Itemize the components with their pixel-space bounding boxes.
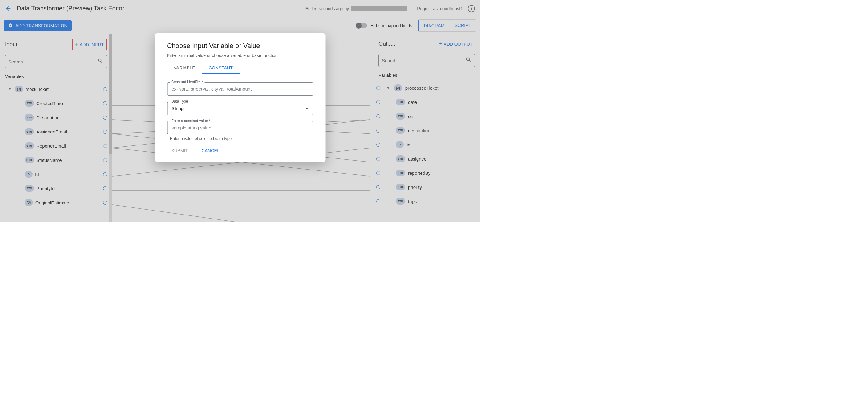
more-menu-icon[interactable]: ⋮ xyxy=(466,84,475,91)
connection-port[interactable] xyxy=(376,157,380,161)
tree-row[interactable]: STR cc xyxy=(378,109,475,123)
field-name: ReporterEmail xyxy=(36,143,101,149)
connection-port[interactable] xyxy=(376,100,380,104)
field-name: Id xyxy=(35,172,101,177)
connection-port[interactable] xyxy=(103,172,107,176)
connection-port[interactable] xyxy=(376,171,380,175)
field-name: assignee xyxy=(408,156,475,162)
connection-port[interactable] xyxy=(376,114,380,118)
tab-diagram[interactable]: DIAGRAM xyxy=(418,20,450,32)
add-input-button[interactable]: + ADD INPUT xyxy=(72,39,107,50)
tree-row-root[interactable]: ▼ {J} mockTicket ⋮ xyxy=(5,82,107,96)
type-badge: STR xyxy=(396,184,405,191)
output-panel: Output + ADD OUTPUT Variables ▼ {J} proc… xyxy=(371,34,480,222)
output-variables-label: Variables xyxy=(378,73,475,78)
connection-port[interactable] xyxy=(376,128,380,133)
modal-subtitle: Enter an initial value or choose a varia… xyxy=(167,53,313,58)
type-badge: STR xyxy=(25,142,34,149)
arrow-left-icon xyxy=(5,5,12,12)
data-type-field: Data Type String ▼ xyxy=(167,102,313,115)
connection-port[interactable] xyxy=(103,201,107,205)
svg-line-8 xyxy=(113,205,236,222)
type-badge: STR xyxy=(25,100,34,107)
connection-port[interactable] xyxy=(103,87,107,91)
search-icon xyxy=(466,57,472,64)
tree-row[interactable]: STR priority xyxy=(378,180,475,194)
add-input-label: ADD INPUT xyxy=(80,42,104,47)
type-badge: STR xyxy=(25,114,34,121)
constant-identifier-field: Constant identifier * xyxy=(167,82,313,95)
field-name: AssigneeEmail xyxy=(36,129,101,134)
tree-row[interactable]: STR AssigneeEmail xyxy=(5,124,107,139)
field-name: cc xyxy=(408,114,475,119)
field-name: StatusName xyxy=(36,157,101,163)
input-search[interactable] xyxy=(5,55,107,68)
more-menu-icon[interactable]: ⋮ xyxy=(91,86,101,92)
modal-title: Choose Input Variable or Value xyxy=(167,42,313,50)
type-badge: STR xyxy=(25,128,34,135)
type-badge: D xyxy=(25,171,33,177)
tree-row[interactable]: D Id xyxy=(5,167,107,181)
constant-value-input[interactable] xyxy=(167,121,313,134)
data-type-select[interactable]: String xyxy=(167,102,313,115)
connection-port[interactable] xyxy=(103,130,107,134)
tree-row[interactable]: STR ReporterEmail xyxy=(5,139,107,153)
connection-port[interactable] xyxy=(103,144,107,148)
tree-row[interactable]: STR date xyxy=(378,95,475,109)
tab-script[interactable]: SCRIPT xyxy=(450,20,476,31)
tree-row[interactable]: STR tags xyxy=(378,194,475,208)
type-badge: {J} xyxy=(394,84,402,91)
back-button[interactable] xyxy=(5,5,12,12)
connection-port[interactable] xyxy=(376,185,380,189)
toggle-label: Hide unmapped fields xyxy=(370,23,412,28)
output-search[interactable] xyxy=(378,54,475,67)
tree-row[interactable]: STR Description xyxy=(5,110,107,124)
add-transformation-button[interactable]: ADD TRANSFORMATION xyxy=(4,20,72,31)
constant-identifier-input[interactable] xyxy=(167,82,313,95)
tree-row-root[interactable]: ▼ {J} processedTicket ⋮ xyxy=(378,81,475,95)
output-search-field[interactable] xyxy=(382,58,466,63)
helper-text: Enter a value of selected data type xyxy=(167,136,313,141)
connection-port[interactable] xyxy=(103,187,107,191)
tree-row[interactable]: D id xyxy=(378,138,475,152)
modal-actions: SUBMIT CANCEL xyxy=(167,146,313,155)
input-panel: Input + ADD INPUT Variables ▼ {J} mockTi… xyxy=(0,34,109,222)
type-badge: STR xyxy=(396,113,405,120)
field-name: id xyxy=(407,142,475,147)
tree-row[interactable]: STR PriorityId xyxy=(5,181,107,195)
connection-port[interactable] xyxy=(376,199,380,203)
divider xyxy=(413,4,413,13)
connection-port[interactable] xyxy=(376,143,380,147)
tree-row[interactable]: STR description xyxy=(378,123,475,138)
scrollbar-thumb[interactable] xyxy=(109,34,113,154)
input-tree: ▼ {J} mockTicket ⋮ STR CreatedTime STR D… xyxy=(5,82,107,209)
tree-row[interactable]: STR CreatedTime xyxy=(5,96,107,110)
gear-icon xyxy=(8,23,13,28)
cancel-button[interactable]: CANCEL xyxy=(199,146,222,155)
tab-constant[interactable]: CONSTANT xyxy=(202,62,240,74)
tab-variable[interactable]: VARIABLE xyxy=(167,62,202,74)
type-badge: STR xyxy=(396,98,405,106)
input-search-field[interactable] xyxy=(8,59,97,64)
type-badge: STR xyxy=(396,170,405,176)
connection-port[interactable] xyxy=(376,86,380,90)
modal-tabs: VARIABLE CONSTANT xyxy=(167,62,313,74)
submit-button[interactable]: SUBMIT xyxy=(169,146,191,155)
scrollbar[interactable] xyxy=(109,34,113,222)
view-tabs: DIAGRAM SCRIPT xyxy=(418,20,476,32)
tree-row[interactable]: STR reportedBy xyxy=(378,166,475,180)
type-badge: {J} xyxy=(15,86,23,92)
connection-port[interactable] xyxy=(103,102,107,106)
connection-port[interactable] xyxy=(103,116,107,120)
output-panel-title: Output xyxy=(378,41,395,47)
add-output-button[interactable]: + ADD OUTPUT xyxy=(437,39,475,49)
connection-port[interactable] xyxy=(103,158,107,162)
tree-row[interactable]: {J} OriginalEstimate xyxy=(5,195,107,209)
type-badge: D xyxy=(396,141,404,148)
tree-row[interactable]: STR assignee xyxy=(378,152,475,166)
tree-row[interactable]: STR StatusName xyxy=(5,153,107,167)
hide-unmapped-toggle[interactable]: − Hide unmapped fields xyxy=(356,23,412,28)
help-icon[interactable]: i xyxy=(468,5,475,12)
app-header: Data Transformer (Preview) Task Editor E… xyxy=(0,0,480,17)
search-icon xyxy=(97,58,103,65)
